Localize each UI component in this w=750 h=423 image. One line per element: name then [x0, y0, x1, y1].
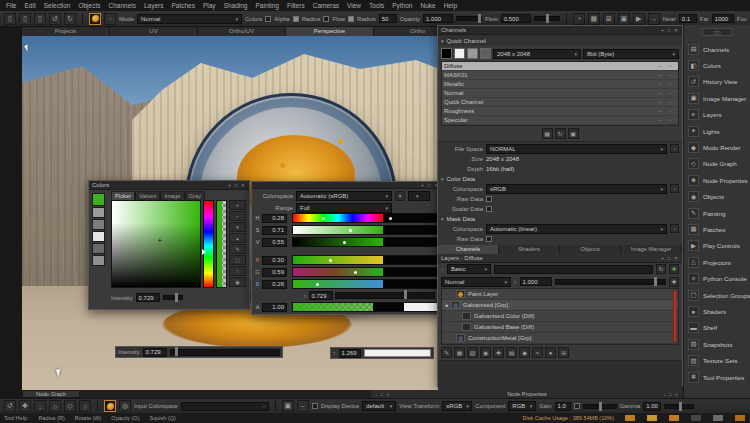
gray-swatch[interactable]	[467, 48, 478, 59]
floating-mini-track[interactable]	[364, 349, 432, 357]
alpha-gradient-slider[interactable]	[292, 302, 440, 312]
edit-icon[interactable]: ✎	[229, 244, 246, 254]
radius-checkbox[interactable]	[293, 16, 299, 22]
layer-row-paint[interactable]: Paint Layer	[442, 289, 678, 300]
red-field[interactable]: R0.30	[255, 255, 287, 265]
mask-colorspace-options-button[interactable]: ▫	[670, 224, 679, 233]
open-project-icon[interactable]: ▯	[19, 13, 31, 25]
gain-value-field[interactable]: 1.0	[555, 402, 571, 411]
layer-row-child[interactable]: Galvanised Color (Diff)	[442, 311, 678, 322]
clock-icon[interactable]: ◔	[573, 13, 585, 25]
node-graph-tab[interactable]: Node Graph	[22, 390, 80, 398]
colorspace-options-button[interactable]: ▾	[395, 191, 405, 201]
white-swatch[interactable]	[454, 48, 465, 59]
redo-icon[interactable]: ↻	[64, 13, 76, 25]
flow-value-field[interactable]: 0.500	[501, 14, 531, 23]
sidebar-item-patches[interactable]: ▦Patches	[684, 221, 750, 237]
dock-tab-objects[interactable]: Objects	[560, 245, 621, 254]
mask-raw-data-checkbox[interactable]	[486, 236, 492, 242]
status-indicator-icon[interactable]	[690, 414, 702, 422]
hue-slider[interactable]	[203, 200, 214, 288]
layer-row-group[interactable]: ▨ ConstructionMetal [Grp]	[442, 333, 678, 344]
saturation-field[interactable]: S0.71	[255, 225, 287, 235]
channel-row[interactable]: Metallic–▫	[442, 80, 678, 89]
channel-row-selected[interactable]: Diffuse–▫	[442, 62, 678, 71]
gray-swatch[interactable]	[92, 219, 105, 230]
channel-colorspace-dropdown[interactable]: sRGB	[486, 184, 667, 194]
status-indicator-icon[interactable]	[734, 414, 746, 422]
undo-icon[interactable]: ↺	[49, 13, 61, 25]
sidebar-item-play-controls[interactable]: ▶Play Controls	[684, 238, 750, 254]
pan-tool-icon[interactable]: ↺	[4, 400, 16, 412]
mid-slider[interactable]	[335, 292, 435, 299]
play-icon[interactable]: ▶	[633, 13, 645, 25]
sidebar-item-painting[interactable]: ✎Painting	[684, 205, 750, 221]
menu-edit[interactable]: Edit	[24, 2, 35, 9]
window-controls-icon[interactable]: + □ ✕	[375, 392, 390, 397]
expander-icon[interactable]: ▾	[441, 216, 444, 222]
menu-painting[interactable]: Painting	[255, 2, 279, 9]
channel-row[interactable]: Quick Channel–▫	[442, 98, 678, 107]
layer-row-child[interactable]: Galvanised Base (Diff)	[442, 322, 678, 333]
floating-mini-value[interactable]: 1.269	[339, 349, 361, 358]
panel-toggle-icon[interactable]: ▣	[282, 400, 294, 412]
checker-icon[interactable]: ⊠	[603, 13, 615, 25]
add-channel-icon[interactable]: ▦	[542, 128, 553, 139]
graph-layer-icon[interactable]: ◉	[480, 347, 491, 358]
curve-icon[interactable]: ~	[297, 400, 309, 412]
component-dropdown[interactable]: RGB	[508, 401, 536, 411]
updown-icon[interactable]: ↕	[333, 350, 336, 356]
tab-gray[interactable]: Gray	[185, 191, 206, 200]
paint-brush-tool-button[interactable]	[89, 13, 101, 25]
gain-link-checkbox[interactable]	[574, 403, 580, 409]
menu-cameras[interactable]: Cameras	[313, 2, 339, 9]
procedural-layer-icon[interactable]: ▦	[454, 347, 465, 358]
far-value-field[interactable]: 1000	[712, 14, 734, 23]
menu-view[interactable]: View	[347, 2, 361, 9]
status-indicator-icon[interactable]	[668, 414, 680, 422]
add-layer-icon[interactable]: ✚	[669, 264, 679, 274]
sidebar-item-shaders[interactable]: ●Shaders	[684, 303, 750, 319]
radius2-checkbox[interactable]	[348, 16, 354, 22]
layer-amount-slider[interactable]	[555, 279, 667, 285]
sidebar-item-shelf[interactable]: ▬Shelf	[684, 320, 750, 336]
alpha-checkbox[interactable]	[265, 16, 271, 22]
lasso-select-icon[interactable]: ○	[79, 400, 91, 412]
file-space-dropdown[interactable]: NORMAL	[486, 144, 667, 154]
intensity-slider[interactable]	[163, 295, 183, 300]
opacity-value-field[interactable]: 1.000	[423, 14, 453, 23]
menu-filters[interactable]: Filters	[287, 2, 305, 9]
down-icon[interactable]: ▾	[229, 222, 246, 232]
sidebar-item-layers[interactable]: ≡Layers	[684, 107, 750, 123]
swatch-icon[interactable]: ▢	[229, 255, 246, 265]
green-gradient-slider[interactable]	[292, 267, 440, 277]
tab-projects[interactable]: Projects	[22, 27, 110, 36]
colorspace-panel-titlebar[interactable]: + □ ✕	[252, 182, 442, 189]
sidebar-item-channels[interactable]: ▤Channels	[684, 41, 750, 57]
opacity-slider[interactable]	[456, 16, 482, 21]
layers-filter-dropdown[interactable]: Basic	[447, 264, 491, 274]
alpha-field[interactable]: A1.00	[255, 302, 287, 312]
saturation-value-picker[interactable]: +	[111, 200, 201, 288]
drop-tool-icon[interactable]: ↓	[34, 400, 46, 412]
input-colorspace-field[interactable]: ○	[181, 402, 269, 411]
window-controls-icon[interactable]: + □ ✕	[228, 182, 246, 188]
radius-value-field[interactable]: 50	[379, 14, 397, 23]
near-value-field[interactable]: 0.1	[679, 14, 697, 23]
menu-selection[interactable]: Selection	[44, 2, 71, 9]
sidebar-item-tool-properties[interactable]: ✻Tool Properties	[684, 369, 750, 385]
mid-slider-value-field[interactable]: 0.729	[309, 291, 333, 300]
sidebar-item-history-view[interactable]: ↺History View	[684, 74, 750, 90]
menu-help[interactable]: Help	[444, 2, 457, 9]
layer-row-group-selected[interactable]: ●▨ Galvanised [Grp]	[442, 300, 678, 311]
status-indicator-icon[interactable]	[624, 414, 636, 422]
hue-field[interactable]: H0.28	[255, 213, 287, 223]
sidebar-item-python-console[interactable]: »Python Console	[684, 270, 750, 286]
sidebar-item-image-manager[interactable]: ▣Image Manager	[684, 90, 750, 106]
cache-layer-icon[interactable]: ●	[545, 347, 556, 358]
colorspace-options-button[interactable]: ▫	[670, 184, 679, 193]
status-indicator-icon[interactable]	[712, 414, 724, 422]
node-properties-tab[interactable]: Node Properties	[507, 391, 547, 397]
tab-ortho-uv[interactable]: Ortho/UV	[198, 27, 286, 36]
target-icon[interactable]: ◉	[229, 277, 246, 287]
